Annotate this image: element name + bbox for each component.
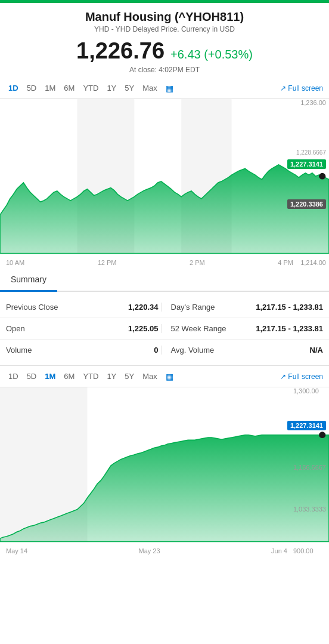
chart2-svg [0, 387, 329, 554]
volume-value: 0 [154, 346, 158, 355]
prev-close-value: 1,220.34 [128, 303, 159, 312]
fullscreen-btn-chart1[interactable]: ↗ Full screen [280, 84, 323, 93]
x-label-10am: 10 AM [6, 259, 24, 266]
period-ytd-chart2[interactable]: YTD [80, 371, 101, 382]
summary-row-1: Previous Close 1,220.34 Day's Range 1,21… [0, 297, 329, 318]
week52-label: 52 Week Range [171, 324, 226, 333]
summary-right-2: 52 Week Range 1,217.15 - 1,233.81 [165, 324, 324, 333]
period-1y-chart1[interactable]: 1Y [104, 82, 119, 94]
chart1-controls: 1D 5D 1M 6M YTD 1Y 5Y Max ▦ ↗ Full scree… [0, 78, 329, 99]
fullscreen2-icon: ↗ [280, 372, 286, 381]
period-1y-chart2[interactable]: 1Y [104, 371, 119, 382]
period-6m-chart2[interactable]: 6M [61, 371, 77, 382]
summary-row-3: Volume 0 Avg. Volume N/A [0, 340, 329, 360]
fullscreen2-label: Full screen [288, 372, 323, 381]
summary-left-2: Open 1,225.05 [6, 324, 159, 333]
price-change: +6.43 (+0.53%) [170, 48, 253, 61]
period-5y-chart2[interactable]: 5Y [122, 371, 136, 382]
price-tooltip-high: 1,227.3141 [287, 159, 326, 169]
fullscreen-label: Full screen [288, 84, 323, 93]
x2-label-jun4: Jun 4 [271, 547, 287, 554]
stock-title: Manuf Housing (^YHOH811) [6, 10, 323, 24]
summary-right-3: Avg. Volume N/A [165, 346, 324, 355]
open-value: 1,225.05 [128, 324, 159, 333]
price-tooltip-low: 1,220.3386 [287, 199, 326, 209]
avg-volume-label: Avg. Volume [171, 346, 215, 355]
volume-label: Volume [6, 346, 32, 355]
period-5y-chart1[interactable]: 5Y [122, 82, 136, 94]
period-1d-chart2[interactable]: 1D [6, 371, 21, 382]
prev-close-label: Previous Close [6, 303, 58, 312]
period-1m-chart2[interactable]: 1M [42, 371, 58, 382]
x-label-12pm: 12 PM [98, 259, 117, 266]
period-max-chart2[interactable]: Max [140, 371, 160, 382]
x-label-4pm: 4 PM [278, 259, 293, 266]
week52-value: 1,217.15 - 1,233.81 [256, 324, 323, 333]
stock-header: Manuf Housing (^YHOH811) YHD - YHD Delay… [0, 3, 329, 78]
period-ytd-chart1[interactable]: YTD [80, 82, 101, 94]
divider-2 [162, 324, 162, 333]
close-time: At close: 4:02PM EDT [6, 66, 323, 74]
period-6m-chart1[interactable]: 6M [61, 82, 77, 94]
y-label-mid: 1,228.6667 [296, 149, 326, 156]
avg-volume-value: N/A [310, 346, 323, 355]
fullscreen-icon: ↗ [280, 84, 286, 93]
price-row: 1,226.76 +6.43 (+0.53%) [6, 38, 323, 64]
current-price: 1,226.76 [76, 38, 164, 64]
open-label: Open [6, 324, 25, 333]
svg-point-2 [319, 173, 325, 180]
days-range-label: Day's Range [171, 303, 215, 312]
chart-type-icon[interactable]: ▦ [166, 84, 173, 93]
stock-subtitle: YHD - YHD Delayed Price. Currency in USD [6, 25, 323, 33]
summary-right-1: Day's Range 1,217.15 - 1,233.81 [165, 303, 324, 312]
svg-point-4 [319, 432, 325, 438]
period-5d-chart1[interactable]: 5D [24, 82, 39, 94]
summary-row-2: Open 1,225.05 52 Week Range 1,217.15 - 1… [0, 318, 329, 340]
x-label-2pm: 2 PM [190, 259, 205, 266]
period-1m-chart1[interactable]: 1M [42, 82, 58, 94]
chart2-x-labels: May 14 May 23 Jun 4 [6, 547, 287, 554]
x2-label-may14: May 14 [6, 547, 27, 554]
chart2-controls: 1D 5D 1M 6M YTD 1Y 5Y Max ▦ ↗ Full scree… [0, 366, 329, 387]
period-1d-chart1[interactable]: 1D [6, 82, 21, 94]
x2-label-may23: May 23 [139, 547, 160, 554]
fullscreen-btn-chart2[interactable]: ↗ Full screen [280, 372, 323, 381]
tabs-row: Summary [0, 269, 329, 292]
tab-summary[interactable]: Summary [0, 269, 57, 292]
chart2-area: 1,300.00 1,166.6667 1,033.3333 900.00 1,… [0, 387, 329, 554]
chart2-type-icon[interactable]: ▦ [166, 372, 173, 381]
divider-1 [162, 303, 162, 312]
period-5d-chart2[interactable]: 5D [24, 371, 39, 382]
summary-left-1: Previous Close 1,220.34 [6, 303, 159, 312]
days-range-value: 1,217.15 - 1,233.81 [256, 303, 323, 312]
summary-table: Previous Close 1,220.34 Day's Range 1,21… [0, 292, 329, 366]
divider-3 [162, 346, 162, 355]
chart1-x-labels: 10 AM 12 PM 2 PM 4 PM [6, 259, 293, 266]
period-max-chart1[interactable]: Max [140, 82, 160, 94]
chart1-svg [0, 99, 329, 266]
price-tooltip-chart2: 1,227.3141 [287, 421, 326, 430]
chart1-area: 1,236.00 1,214.00 1,227.3141 1,228.6667 … [0, 99, 329, 266]
summary-left-3: Volume 0 [6, 346, 159, 355]
